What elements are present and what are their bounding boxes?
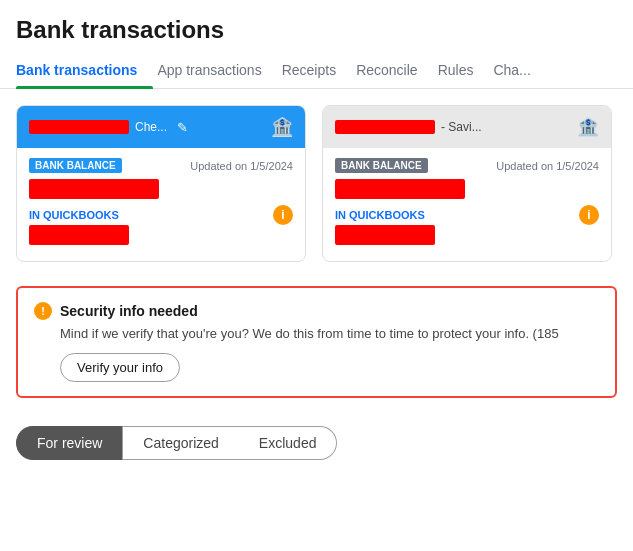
balance-amount-1 — [29, 179, 159, 199]
filter-tabs: For review Categorized Excluded — [0, 414, 633, 472]
tab-bank-transactions[interactable]: Bank transactions — [16, 52, 153, 88]
account-header-right-2: 🏦 — [577, 116, 599, 138]
bank-balance-label-2: BANK BALANCE — [335, 158, 428, 173]
account-name-redacted-2 — [335, 120, 435, 134]
security-warning-icon: ! — [34, 302, 52, 320]
tab-rules[interactable]: Rules — [438, 52, 490, 88]
account-header-2: - Savi... 🏦 — [323, 106, 611, 148]
iq-amount-2 — [335, 225, 435, 245]
balance-amount-2 — [335, 179, 465, 199]
updated-text-1: Updated on 1/5/2024 — [190, 160, 293, 172]
verify-info-button[interactable]: Verify your info — [60, 353, 180, 382]
bank-icon-1: 🏦 — [271, 116, 293, 138]
iq-label-2: IN QUICKBOOKS — [335, 209, 425, 221]
security-title: Security info needed — [60, 303, 198, 319]
balance-row-1: BANK BALANCE Updated on 1/5/2024 — [29, 158, 293, 173]
account-card-2: - Savi... 🏦 BANK BALANCE Updated on 1/5/… — [322, 105, 612, 262]
iq-label-1: IN QUICKBOOKS — [29, 209, 119, 221]
tab-cha[interactable]: Cha... — [493, 52, 546, 88]
security-description: Mind if we verify that you're you? We do… — [60, 326, 599, 341]
account-header-right-1: 🏦 — [271, 116, 293, 138]
iq-amount-1 — [29, 225, 129, 245]
info-icon-2[interactable]: i — [579, 205, 599, 225]
accounts-section: Che... ✎ 🏦 BANK BALANCE Updated on 1/5/2… — [0, 89, 633, 278]
account-name-block-1: Che... ✎ — [29, 120, 271, 135]
account-body-2: BANK BALANCE Updated on 1/5/2024 IN QUIC… — [323, 148, 611, 261]
filter-tab-excluded[interactable]: Excluded — [239, 426, 338, 460]
balance-row-2: BANK BALANCE Updated on 1/5/2024 — [335, 158, 599, 173]
filter-tab-for-review[interactable]: For review — [16, 426, 122, 460]
tab-receipts[interactable]: Receipts — [282, 52, 352, 88]
account-header-1: Che... ✎ 🏦 — [17, 106, 305, 148]
nav-tabs: Bank transactions App transactions Recei… — [0, 52, 633, 89]
security-header: ! Security info needed — [34, 302, 599, 320]
page-title: Bank transactions — [0, 0, 633, 52]
account-name-redacted-1 — [29, 120, 129, 134]
tab-reconcile[interactable]: Reconcile — [356, 52, 433, 88]
tab-app-transactions[interactable]: App transactions — [157, 52, 277, 88]
filter-tab-categorized[interactable]: Categorized — [122, 426, 239, 460]
edit-icon-1[interactable]: ✎ — [177, 120, 188, 135]
account-body-1: BANK BALANCE Updated on 1/5/2024 IN QUIC… — [17, 148, 305, 261]
account-suffix-2: - Savi... — [441, 120, 482, 134]
account-card-1: Che... ✎ 🏦 BANK BALANCE Updated on 1/5/2… — [16, 105, 306, 262]
security-banner: ! Security info needed Mind if we verify… — [16, 286, 617, 398]
iq-row-2: IN QUICKBOOKS i — [335, 205, 599, 225]
updated-text-2: Updated on 1/5/2024 — [496, 160, 599, 172]
iq-row-1: IN QUICKBOOKS i — [29, 205, 293, 225]
info-icon-1[interactable]: i — [273, 205, 293, 225]
bank-icon-2: 🏦 — [577, 116, 599, 138]
account-suffix-1: Che... — [135, 120, 167, 134]
account-name-block-2: - Savi... — [335, 120, 577, 134]
bank-balance-label-1: BANK BALANCE — [29, 158, 122, 173]
